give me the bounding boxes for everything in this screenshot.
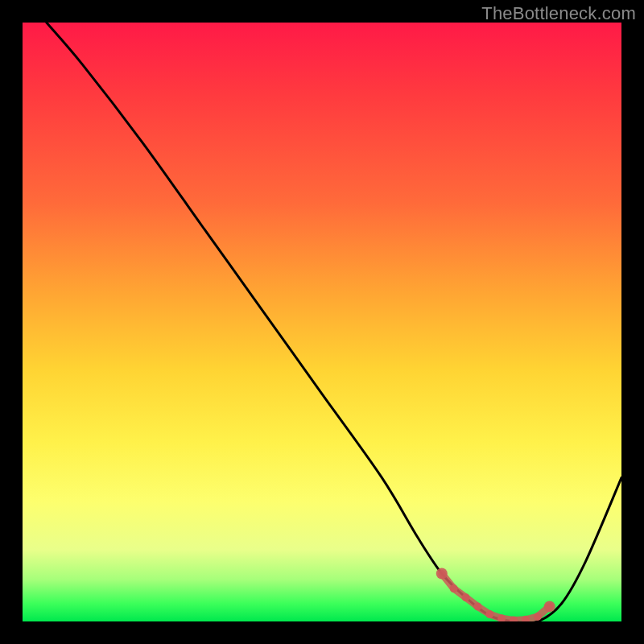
bottleneck-curve <box>47 23 621 621</box>
optimal-marker <box>436 568 448 580</box>
optimal-marker <box>473 602 481 610</box>
optimal-marker <box>534 613 542 621</box>
chart-frame: TheBottleneck.com <box>0 0 644 644</box>
optimal-marker <box>462 593 470 601</box>
optimal-marker <box>450 584 458 592</box>
optimal-range-markers <box>436 568 555 622</box>
watermark-text: TheBottleneck.com <box>481 3 636 24</box>
plot-area <box>23 23 621 621</box>
optimal-marker <box>544 601 555 612</box>
curve-layer <box>23 23 621 621</box>
optimal-marker <box>485 610 493 618</box>
